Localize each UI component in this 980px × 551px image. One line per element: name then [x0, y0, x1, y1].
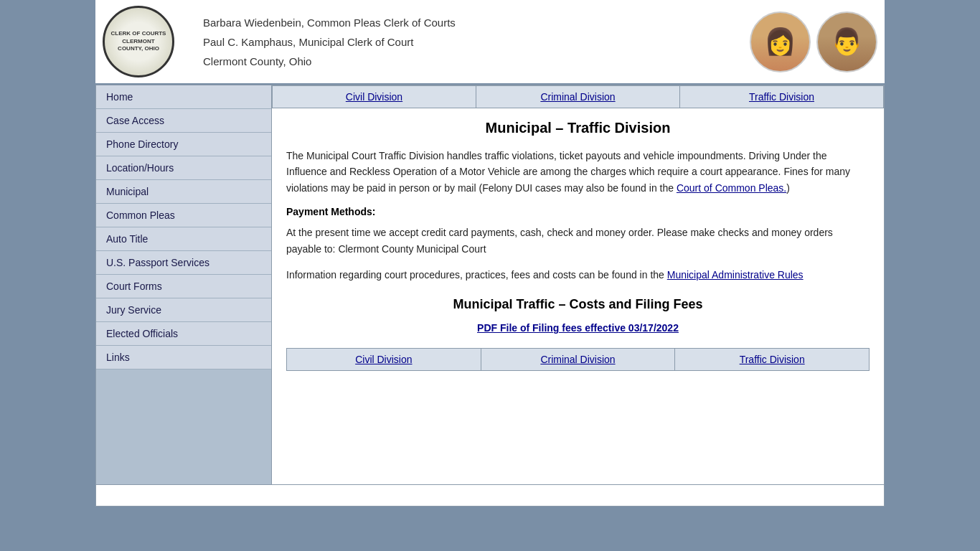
sidebar-item-elected-officials[interactable]: Elected Officials	[96, 322, 271, 346]
sidebar-item-jury-service[interactable]: Jury Service	[96, 298, 271, 322]
intro-paragraph: The Municipal Court Traffic Division han…	[286, 148, 870, 196]
sidebar-item-location-hours[interactable]: Location/Hours	[96, 156, 271, 180]
pdf-filing-fees-link[interactable]: PDF File of Filing fees effective 03/17/…	[477, 322, 679, 334]
header-text: Barbara Wiedenbein, Common Pleas Clerk o…	[189, 13, 750, 71]
top-tab-nav: Civil Division Criminal Division Traffic…	[272, 85, 884, 108]
intro-end: )	[786, 182, 790, 194]
pdf-link-container: PDF File of Filing fees effective 03/17/…	[286, 322, 870, 334]
court-seal: CLERK OF COURTS CLERMONT COUNTY, OHIO	[103, 6, 174, 77]
sidebar-item-home[interactable]: Home	[96, 85, 271, 109]
section-title: Municipal Traffic – Costs and Filing Fee…	[286, 297, 870, 312]
sidebar-item-court-forms[interactable]: Court Forms	[96, 275, 271, 298]
tab-traffic-top[interactable]: Traffic Division	[680, 86, 883, 108]
tab-traffic-link-bottom[interactable]: Traffic Division	[740, 354, 805, 365]
tab-traffic-bottom[interactable]: Traffic Division	[675, 349, 869, 370]
content-wrapper: Home Case Access Phone Directory Locatio…	[95, 85, 885, 485]
tab-traffic-link-top[interactable]: Traffic Division	[749, 91, 814, 103]
sidebar-item-auto-title[interactable]: Auto Title	[96, 227, 271, 251]
payment-paragraph: At the present time we accept credit car…	[286, 225, 870, 257]
page-title: Municipal – Traffic Division	[286, 120, 870, 136]
common-pleas-link[interactable]: Court of Common Pleas.	[677, 182, 786, 194]
tab-civil-top[interactable]: Civil Division	[273, 86, 476, 108]
tab-criminal-link-bottom[interactable]: Criminal Division	[540, 354, 615, 365]
tab-civil-bottom[interactable]: Civil Division	[287, 349, 481, 370]
seal-text: CLERK OF COURTS CLERMONT COUNTY, OHIO	[110, 30, 166, 52]
bottom-strip	[95, 485, 885, 507]
sidebar-item-case-access[interactable]: Case Access	[96, 109, 271, 133]
header-line3: Clermont County, Ohio	[203, 52, 750, 71]
logo-area: CLERK OF COURTS CLERMONT COUNTY, OHIO	[103, 6, 189, 77]
tab-civil-link-top[interactable]: Civil Division	[346, 91, 402, 103]
info-paragraph: Information regarding court procedures, …	[286, 267, 870, 283]
officials-photos: 👩 👨	[750, 11, 877, 72]
content-body: Municipal – Traffic Division The Municip…	[272, 108, 884, 382]
info-text-prefix: Information regarding court procedures, …	[286, 269, 667, 281]
admin-rules-link[interactable]: Municipal Administrative Rules	[667, 269, 804, 281]
sidebar-item-us-passport[interactable]: U.S. Passport Services	[96, 251, 271, 275]
payment-methods-title: Payment Methods:	[286, 206, 870, 217]
photo-male-official: 👨	[816, 11, 877, 72]
header-line1: Barbara Wiedenbein, Common Pleas Clerk o…	[203, 13, 750, 32]
sidebar-bottom-spacer	[96, 369, 271, 484]
sidebar: Home Case Access Phone Directory Locatio…	[96, 85, 272, 484]
photo-female-official: 👩	[750, 11, 811, 72]
sidebar-item-phone-directory[interactable]: Phone Directory	[96, 133, 271, 156]
main-content: Civil Division Criminal Division Traffic…	[272, 85, 884, 484]
sidebar-item-links[interactable]: Links	[96, 346, 271, 369]
page-header: CLERK OF COURTS CLERMONT COUNTY, OHIO Ba…	[95, 0, 885, 85]
tab-criminal-top[interactable]: Criminal Division	[476, 86, 680, 108]
tab-criminal-bottom[interactable]: Criminal Division	[481, 349, 676, 370]
tab-civil-link-bottom[interactable]: Civil Division	[355, 354, 412, 365]
bottom-tab-nav: Civil Division Criminal Division Traffic…	[286, 348, 870, 371]
tab-criminal-link-top[interactable]: Criminal Division	[540, 91, 615, 103]
sidebar-item-municipal[interactable]: Municipal	[96, 180, 271, 204]
header-line2: Paul C. Kamphaus, Municipal Clerk of Cou…	[203, 32, 750, 52]
sidebar-item-common-pleas[interactable]: Common Pleas	[96, 204, 271, 227]
